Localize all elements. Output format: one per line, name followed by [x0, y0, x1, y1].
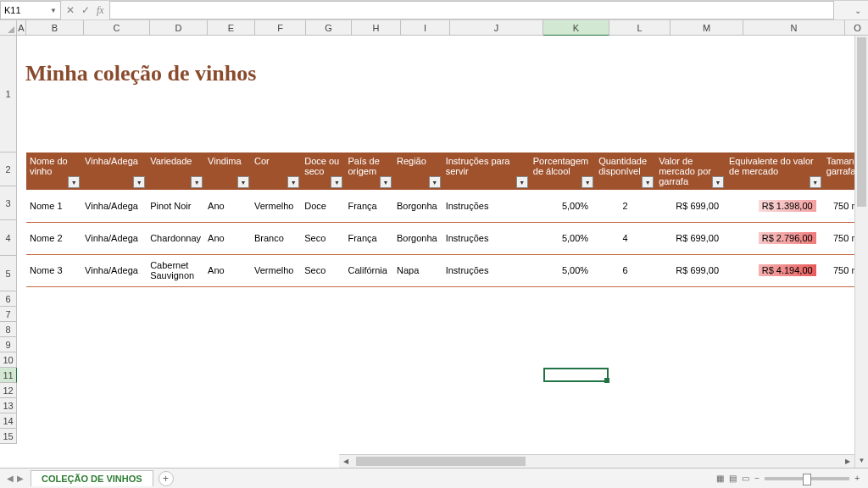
- zoom-in-button[interactable]: +: [854, 474, 860, 483]
- cell[interactable]: R$ 699,00: [655, 254, 726, 286]
- filter-button[interactable]: ▼: [133, 176, 145, 188]
- cell[interactable]: R$ 2.796,00: [726, 222, 823, 254]
- cell[interactable]: R$ 4.194,00: [726, 254, 823, 286]
- dropdown-icon[interactable]: ▼: [50, 7, 57, 14]
- cell[interactable]: Instruções: [442, 190, 530, 222]
- tab-prev-icon[interactable]: ◀: [7, 474, 14, 483]
- row-header[interactable]: 1: [0, 36, 17, 152]
- cell[interactable]: Nome 2: [26, 222, 81, 254]
- column-header[interactable]: M: [670, 20, 743, 36]
- row-header[interactable]: 6: [0, 291, 17, 307]
- filter-button[interactable]: ▼: [380, 176, 392, 188]
- cell[interactable]: 5,00%: [530, 190, 595, 222]
- cell[interactable]: Borgonha: [393, 190, 442, 222]
- cell[interactable]: R$ 699,00: [655, 190, 726, 222]
- cell[interactable]: França: [344, 222, 393, 254]
- cell[interactable]: Cabernet Sauvignon: [147, 254, 204, 286]
- view-layout-icon[interactable]: ▤: [729, 474, 737, 483]
- row-header[interactable]: 5: [0, 256, 17, 291]
- row-header[interactable]: 4: [0, 220, 17, 256]
- cell[interactable]: Ano: [204, 254, 251, 286]
- cell[interactable]: França: [344, 190, 393, 222]
- view-normal-icon[interactable]: ▦: [716, 474, 724, 483]
- enter-icon[interactable]: ✓: [81, 4, 90, 16]
- cell[interactable]: 6: [595, 254, 655, 286]
- cells-area[interactable]: Minha coleção de vinhos Nome do vinho▼Vi…: [17, 36, 868, 287]
- cancel-icon[interactable]: ✕: [66, 4, 75, 16]
- cell[interactable]: Vermelho: [251, 254, 301, 286]
- expand-formula-icon[interactable]: ⌄: [851, 6, 865, 15]
- cell[interactable]: R$ 699,00: [655, 222, 726, 254]
- column-header[interactable]: K: [543, 20, 609, 36]
- row-header[interactable]: 14: [0, 413, 17, 429]
- column-header[interactable]: N: [743, 20, 845, 36]
- column-header[interactable]: L: [609, 20, 670, 36]
- row-header[interactable]: 12: [0, 383, 17, 398]
- cell[interactable]: Vinha/Adega: [81, 222, 147, 254]
- filter-button[interactable]: ▼: [581, 176, 593, 188]
- cell[interactable]: Vinha/Adega: [81, 254, 147, 286]
- filter-button[interactable]: ▼: [237, 176, 249, 188]
- filter-button[interactable]: ▼: [712, 176, 724, 188]
- cell[interactable]: Napa: [393, 254, 442, 286]
- column-header[interactable]: E: [208, 20, 255, 36]
- scroll-right-icon[interactable]: ▶: [841, 455, 854, 468]
- column-header[interactable]: I: [401, 20, 450, 36]
- column-header[interactable]: C: [84, 20, 150, 36]
- filter-button[interactable]: ▼: [810, 176, 821, 188]
- column-header[interactable]: G: [306, 20, 352, 36]
- cell[interactable]: Nome 3: [26, 254, 81, 286]
- cell[interactable]: Borgonha: [393, 222, 442, 254]
- view-pagebreak-icon[interactable]: ▭: [742, 474, 749, 483]
- cell[interactable]: 4: [595, 222, 655, 254]
- cell[interactable]: Califórnia: [344, 254, 393, 286]
- scroll-left-icon[interactable]: ◀: [339, 455, 353, 468]
- cell[interactable]: Ano: [204, 222, 251, 254]
- cell[interactable]: Pinot Noir: [147, 190, 204, 222]
- row-header[interactable]: 10: [0, 352, 17, 368]
- sheet-tab-active[interactable]: COLEÇÃO DE VINHOS: [31, 470, 153, 486]
- formula-input[interactable]: [109, 1, 834, 19]
- column-header[interactable]: O: [845, 20, 868, 36]
- row-header[interactable]: 7: [0, 307, 17, 322]
- cell[interactable]: Doce: [301, 190, 344, 222]
- filter-button[interactable]: ▼: [642, 176, 654, 188]
- cell[interactable]: 5,00%: [530, 254, 595, 286]
- row-header[interactable]: 11: [0, 368, 17, 383]
- filter-button[interactable]: ▼: [191, 176, 203, 188]
- scroll-thumb-h[interactable]: [356, 457, 526, 466]
- cell[interactable]: Chardonnay: [147, 222, 204, 254]
- name-box[interactable]: K11 ▼: [0, 1, 61, 19]
- add-sheet-button[interactable]: +: [159, 471, 174, 486]
- filter-button[interactable]: ▼: [516, 176, 528, 188]
- cell[interactable]: 2: [595, 190, 655, 222]
- row-header[interactable]: 13: [0, 398, 17, 413]
- cell[interactable]: Instruções: [442, 222, 530, 254]
- filter-button[interactable]: ▼: [429, 176, 441, 188]
- column-header[interactable]: F: [255, 20, 306, 36]
- zoom-out-button[interactable]: −: [754, 474, 760, 483]
- column-header[interactable]: D: [150, 20, 208, 36]
- cell[interactable]: Nome 1: [26, 190, 81, 222]
- select-all-corner[interactable]: [0, 20, 17, 36]
- cell[interactable]: Vermelho: [251, 190, 301, 222]
- row-header[interactable]: 3: [0, 186, 17, 220]
- column-header[interactable]: H: [352, 20, 401, 36]
- cell[interactable]: R$ 1.398,00: [726, 190, 823, 222]
- fx-icon[interactable]: fx: [97, 4, 104, 17]
- column-header[interactable]: J: [450, 20, 543, 36]
- scroll-down-icon[interactable]: ▼: [855, 454, 868, 468]
- filter-button[interactable]: ▼: [331, 176, 342, 188]
- row-header[interactable]: 15: [0, 429, 17, 444]
- cell[interactable]: Instruções: [442, 254, 530, 286]
- row-header[interactable]: 9: [0, 337, 17, 352]
- scroll-thumb-v[interactable]: [857, 37, 866, 207]
- cell[interactable]: Seco: [301, 254, 344, 286]
- cell[interactable]: Vinha/Adega: [81, 190, 147, 222]
- tab-next-icon[interactable]: ▶: [17, 474, 24, 483]
- filter-button[interactable]: ▼: [287, 176, 299, 188]
- row-header[interactable]: 8: [0, 322, 17, 337]
- cell[interactable]: Seco: [301, 222, 344, 254]
- zoom-slider[interactable]: [765, 477, 849, 480]
- filter-button[interactable]: ▼: [68, 176, 80, 188]
